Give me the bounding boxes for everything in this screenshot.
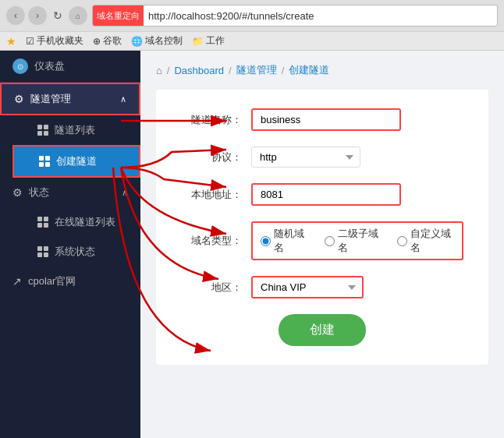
- create-tunnel-label: 创建隧道: [56, 154, 97, 168]
- create-tunnel-icon: [39, 156, 50, 167]
- sidebar-cpolar[interactable]: ↗ cpolar官网: [0, 267, 140, 296]
- bookmark-work[interactable]: 📁 工作: [192, 34, 225, 48]
- tunnel-list-icon: [37, 125, 48, 136]
- local-address-label: 本地地址：: [181, 188, 251, 202]
- sidebar-online-tunnels[interactable]: 在线隧道列表: [12, 207, 140, 237]
- region-row: 地区： China VIP China US EU: [181, 276, 463, 298]
- tunnel-management-arrow: ∧: [120, 94, 126, 104]
- app-layout: ⊙ 仪表盘 ⚙ 隧道管理 ∧ 隧道列表: [0, 51, 504, 438]
- radio-random-domain[interactable]: 随机域名: [261, 227, 309, 255]
- radio-subdomain-label: 二级子域名: [338, 227, 382, 255]
- radio-subdomain-input[interactable]: [325, 236, 335, 246]
- address-bar[interactable]: [144, 9, 497, 23]
- region-label: 地区：: [181, 281, 251, 295]
- breadcrumb-dashboard[interactable]: Dashboard: [174, 65, 224, 76]
- tunnel-list-label: 隧道列表: [55, 123, 95, 137]
- dashboard-label: 仪表盘: [34, 59, 65, 73]
- dashboard-icon: ⊙: [12, 58, 28, 74]
- home-button[interactable]: ⌂: [69, 6, 87, 25]
- status-icon: ⚙: [12, 186, 23, 199]
- address-bar-wrapper: 域名重定向: [92, 5, 498, 26]
- tunnel-name-label: 隧道名称：: [181, 113, 251, 127]
- region-select[interactable]: China VIP China US EU: [253, 277, 362, 297]
- bookmark-domain[interactable]: 🌐 域名控制: [131, 34, 183, 48]
- radio-custom-domain-label: 自定义域名: [410, 227, 454, 255]
- domain-type-label: 域名类型：: [181, 234, 251, 248]
- nav-buttons: ‹ › ↻ ⌂: [6, 6, 87, 25]
- sidebar-create-tunnel[interactable]: 创建隧道: [12, 145, 140, 178]
- local-address-row: 本地地址：: [181, 183, 463, 206]
- cpolar-icon: ↗: [12, 275, 22, 288]
- tunnel-management-label: 隧道管理: [30, 92, 71, 106]
- cpolar-label: cpolar官网: [28, 274, 76, 288]
- breadcrumb: ⌂ / Dashboard / 隧道管理 / 创建隧道: [156, 63, 488, 77]
- create-button[interactable]: 创建: [279, 314, 366, 346]
- sidebar-tunnel-list[interactable]: 隧道列表: [12, 115, 140, 145]
- tunnel-management-icon: ⚙: [14, 93, 24, 105]
- radio-custom-domain-input[interactable]: [397, 236, 407, 246]
- status-label: 状态: [29, 185, 49, 200]
- bookmark-checkbox[interactable]: ☑ 手机收藏夹: [26, 34, 83, 48]
- sidebar-tunnel-management[interactable]: ⚙ 隧道管理 ∧: [0, 83, 140, 115]
- sidebar-dashboard[interactable]: ⊙ 仪表盘: [0, 51, 140, 83]
- bookmark-google[interactable]: ⊕ 谷歌: [93, 34, 122, 48]
- sidebar-status[interactable]: ⚙ 状态 ∧: [0, 178, 140, 207]
- breadcrumb-home-icon: ⌂: [156, 65, 162, 76]
- region-select-wrapper: China VIP China US EU: [251, 276, 364, 298]
- form-container: 隧道名称： 协议： http https tcp udp 本地地址：: [156, 90, 488, 365]
- sidebar-sub-status: 在线隧道列表 系统状态: [0, 207, 140, 267]
- radio-random-domain-input[interactable]: [261, 236, 271, 246]
- main-content: ⌂ / Dashboard / 隧道管理 / 创建隧道 隧道名称： 协议：: [140, 51, 504, 438]
- submit-row: 创建: [181, 314, 463, 346]
- bookmark-star: ★: [6, 35, 16, 48]
- protocol-label: 协议：: [181, 150, 251, 164]
- sidebar-system-status[interactable]: 系统状态: [12, 237, 140, 267]
- status-arrow: ∧: [122, 188, 128, 198]
- domain-type-row: 域名类型： 随机域名 二级子域名 自定义域名: [181, 221, 463, 260]
- local-address-input[interactable]: [251, 183, 401, 206]
- browser-chrome: ‹ › ↻ ⌂ 域名重定向 ★ ☑ 手机收藏夹 ⊕ 谷歌 🌐 域名控制 📁 工作: [0, 0, 504, 51]
- forward-button[interactable]: ›: [28, 6, 47, 25]
- sidebar-sub-tunnel: 隧道列表 创建隧道: [0, 115, 140, 178]
- reload-button[interactable]: ↻: [50, 8, 66, 23]
- bookmarks-bar: ★ ☑ 手机收藏夹 ⊕ 谷歌 🌐 域名控制 📁 工作: [0, 31, 504, 50]
- domain-type-options: 随机域名 二级子域名 自定义域名: [251, 221, 463, 260]
- system-status-icon: [37, 246, 48, 257]
- sidebar: ⊙ 仪表盘 ⚙ 隧道管理 ∧ 隧道列表: [0, 51, 140, 438]
- radio-subdomain[interactable]: 二级子域名: [325, 227, 382, 255]
- browser-toolbar: ‹ › ↻ ⌂ 域名重定向: [0, 0, 504, 31]
- system-status-label: 系统状态: [55, 245, 95, 259]
- radio-random-domain-label: 随机域名: [274, 227, 309, 255]
- online-tunnels-label: 在线隧道列表: [55, 215, 115, 229]
- domain-redirect-label: 域名重定向: [93, 5, 144, 26]
- breadcrumb-current: 创建隧道: [289, 63, 329, 77]
- breadcrumb-tunnel-management[interactable]: 隧道管理: [236, 63, 277, 77]
- radio-custom-domain[interactable]: 自定义域名: [397, 227, 454, 255]
- protocol-select[interactable]: http https tcp udp: [251, 147, 360, 168]
- protocol-row: 协议： http https tcp udp: [181, 147, 463, 168]
- online-tunnels-icon: [37, 217, 48, 228]
- back-button[interactable]: ‹: [6, 6, 25, 25]
- tunnel-name-row: 隧道名称：: [181, 108, 463, 131]
- tunnel-name-input[interactable]: [251, 108, 401, 131]
